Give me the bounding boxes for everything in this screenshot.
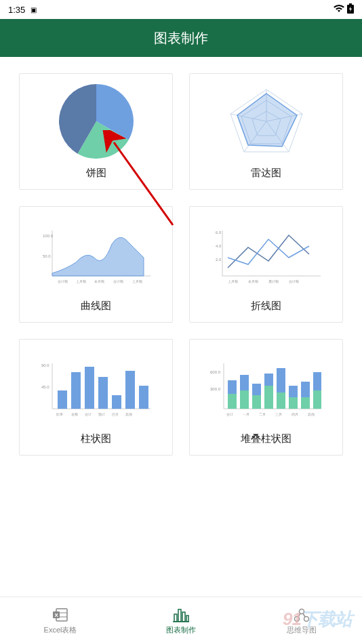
app-header: 图表制作: [0, 19, 362, 57]
svg-text:金额: 金额: [71, 412, 78, 416]
svg-rect-0: [349, 3, 352, 5]
chart-label: 饼图: [26, 161, 165, 182]
chart-grid: 饼图 雷达图 100.0 50.0: [0, 57, 362, 472]
status-badge: ▣: [31, 6, 37, 14]
status-bar: 1:35 ▣: [0, 0, 362, 19]
svg-text:100.0: 100.0: [43, 234, 54, 238]
watermark: 91下载站: [277, 606, 358, 632]
svg-rect-63: [301, 382, 310, 397]
svg-text:上月额: 上月额: [228, 279, 238, 283]
chart-label: 曲线图: [26, 294, 165, 315]
chart-label: 堆叠柱状图: [197, 427, 336, 448]
svg-text:本月额: 本月额: [248, 279, 258, 283]
svg-text:上月额: 上月额: [132, 279, 142, 283]
chart-card-line[interactable]: 6.0 4.0 2.0 上月额 本月额 累计额 合计额 折线图: [189, 206, 343, 323]
svg-text:已付: 已付: [112, 412, 119, 416]
svg-text:2.0: 2.0: [216, 258, 222, 262]
chart-label: 折线图: [197, 294, 336, 315]
svg-text:二月: 二月: [259, 412, 266, 416]
svg-rect-38: [125, 371, 135, 409]
svg-text:本月额: 本月额: [94, 279, 104, 283]
svg-rect-81: [182, 612, 185, 622]
svg-rect-82: [186, 616, 188, 622]
stacked-thumb: 600.0 300.0: [197, 346, 336, 427]
pie-icon: [59, 84, 134, 159]
svg-rect-61: [289, 386, 298, 397]
status-right: [334, 3, 354, 16]
chart-label: 柱状图: [26, 427, 165, 448]
svg-text:合计: 合计: [85, 412, 92, 416]
line-thumb: 6.0 4.0 2.0 上月额 本月额 累计额 合计额: [197, 214, 336, 294]
svg-text:合计: 合计: [226, 412, 233, 416]
svg-text:累计额: 累计额: [268, 279, 279, 283]
svg-text:其他: 其他: [125, 412, 132, 416]
svg-text:比率: 比率: [56, 412, 63, 416]
svg-marker-10: [237, 94, 297, 146]
svg-rect-50: [228, 394, 237, 409]
svg-text:一月: 一月: [243, 412, 249, 416]
svg-rect-64: [313, 390, 321, 409]
svg-rect-57: [264, 374, 273, 386]
radar-thumb: [197, 81, 336, 161]
svg-rect-51: [228, 380, 237, 394]
pie-thumb: [26, 81, 165, 161]
svg-text:预计: 预计: [98, 412, 105, 416]
wifi-icon: [334, 5, 344, 15]
svg-text:四月: 四月: [291, 412, 298, 416]
excel-icon: X: [52, 607, 68, 623]
svg-rect-39: [139, 386, 148, 409]
area-thumb: 100.0 50.0 合计额 上月额 本月额 合计额 上月额: [26, 214, 165, 294]
chart-icon: [172, 607, 190, 623]
svg-text:三月: 三月: [275, 412, 282, 416]
svg-rect-59: [277, 368, 285, 393]
svg-rect-62: [301, 397, 310, 409]
svg-rect-54: [252, 395, 261, 409]
svg-text:合计额: 合计额: [58, 279, 68, 283]
svg-rect-80: [178, 609, 181, 622]
svg-rect-65: [313, 372, 321, 390]
svg-rect-53: [240, 375, 249, 390]
svg-text:上月额: 上月额: [76, 279, 86, 283]
svg-rect-35: [85, 367, 94, 409]
svg-text:4.0: 4.0: [216, 244, 222, 248]
svg-text:其他: 其他: [308, 412, 315, 416]
radar-icon: [222, 84, 310, 159]
bar-icon: 90.0 45.0 比率 金额 合计 预计 已付 其他: [39, 353, 154, 421]
svg-text:600.0: 600.0: [210, 370, 221, 374]
bar-thumb: 90.0 45.0 比率 金额 合计 预计 已付 其他: [26, 346, 165, 427]
watermark-main: 91: [283, 609, 301, 629]
line-icon: 6.0 4.0 2.0 上月额 本月额 累计额 合计额: [209, 220, 324, 288]
watermark-sub: 下载站: [301, 609, 352, 629]
svg-text:6.0: 6.0: [216, 230, 222, 235]
svg-rect-60: [289, 397, 298, 409]
nav-chart[interactable]: 图表制作: [121, 597, 241, 644]
svg-text:合计额: 合计额: [113, 279, 123, 283]
svg-text:45.0: 45.0: [41, 385, 49, 389]
svg-rect-79: [174, 614, 177, 622]
chart-card-bar[interactable]: 90.0 45.0 比率 金额 合计 预计 已付 其他 柱状图: [19, 339, 173, 456]
area-icon: 100.0 50.0 合计额 上月额 本月额 合计额 上月额: [39, 220, 154, 288]
battery-icon: [347, 3, 354, 16]
svg-rect-55: [252, 384, 261, 395]
svg-rect-36: [98, 377, 108, 409]
svg-rect-37: [112, 395, 121, 409]
svg-rect-33: [58, 390, 67, 409]
svg-text:X: X: [55, 612, 59, 618]
stacked-icon: 600.0 300.0: [209, 353, 324, 421]
nav-excel[interactable]: X Excel表格: [0, 597, 121, 644]
chart-card-radar[interactable]: 雷达图: [189, 73, 343, 190]
svg-rect-56: [264, 386, 273, 409]
svg-text:合计额: 合计额: [289, 279, 299, 283]
page-title: 图表制作: [154, 29, 208, 47]
nav-label: Excel表格: [44, 625, 77, 635]
svg-text:50.0: 50.0: [43, 254, 51, 258]
svg-rect-58: [277, 393, 285, 409]
chart-label: 雷达图: [197, 161, 336, 182]
chart-card-pie[interactable]: 饼图: [19, 73, 173, 190]
status-time: 1:35: [8, 5, 25, 15]
svg-rect-34: [71, 372, 81, 409]
chart-card-area[interactable]: 100.0 50.0 合计额 上月额 本月额 合计额 上月额 曲线图: [19, 206, 173, 323]
svg-text:90.0: 90.0: [41, 363, 49, 367]
svg-rect-52: [240, 390, 249, 409]
chart-card-stacked[interactable]: 600.0 300.0: [189, 339, 343, 456]
